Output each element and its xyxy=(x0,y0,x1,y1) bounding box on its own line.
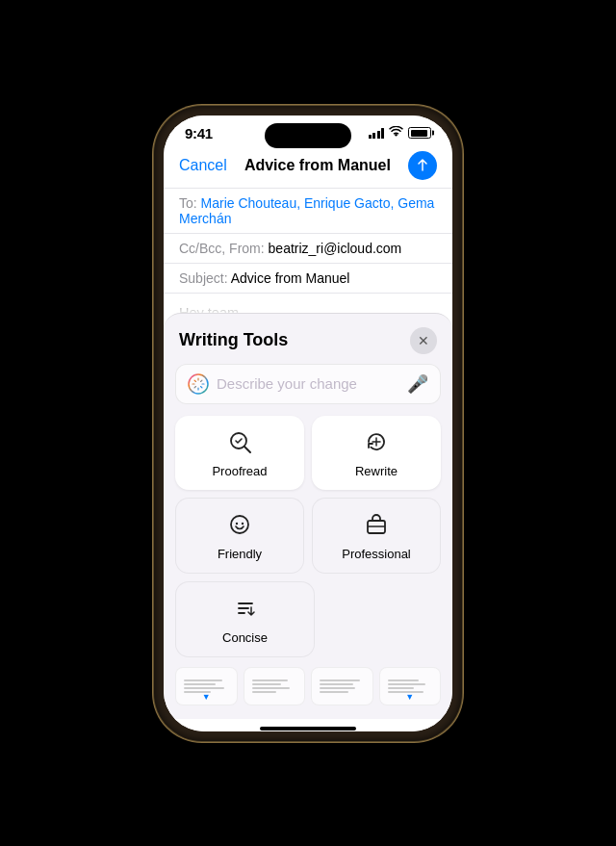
professional-label: Professional xyxy=(342,547,411,561)
subject-label: Subject: xyxy=(179,270,228,286)
status-time: 9:41 xyxy=(185,125,213,141)
phone-screen: 9:41 xyxy=(164,115,452,731)
cancel-button[interactable]: Cancel xyxy=(179,157,227,174)
subject-field[interactable]: Subject: Advice from Manuel xyxy=(164,264,452,294)
battery-icon xyxy=(408,127,431,139)
status-icons xyxy=(369,126,432,141)
writing-tools-title: Writing Tools xyxy=(179,330,288,350)
svg-point-6 xyxy=(236,522,238,524)
preview-arrow-1: ▼ xyxy=(202,692,211,702)
to-label: To: xyxy=(179,195,197,211)
to-recipients: Marie Chouteau, Enrique Gacto, Gema Merc… xyxy=(179,195,434,226)
concise-icon xyxy=(233,596,258,625)
phone-frame: 9:41 xyxy=(154,106,462,741)
friendly-icon xyxy=(227,512,252,541)
concise-label: Concise xyxy=(222,630,268,645)
svg-point-7 xyxy=(242,522,244,524)
subject-value: Advice from Manuel xyxy=(231,270,350,286)
writing-tools-close-button[interactable]: ✕ xyxy=(410,327,437,354)
writing-tools-previews: ▼ xyxy=(164,663,452,711)
cc-field[interactable]: Cc/Bcc, From: beatriz_ri@icloud.com xyxy=(164,234,452,264)
microphone-icon[interactable]: 🎤 xyxy=(407,373,428,395)
rewrite-label: Rewrite xyxy=(355,464,398,478)
email-title: Advice from Manuel xyxy=(244,157,391,174)
preview-3[interactable] xyxy=(311,667,373,705)
preview-2[interactable] xyxy=(244,667,306,705)
send-button[interactable] xyxy=(408,151,437,180)
home-indicator xyxy=(164,719,452,731)
email-greeting: Hey team, xyxy=(179,303,437,313)
signal-icon xyxy=(369,128,385,139)
proofread-icon xyxy=(227,429,252,458)
svg-point-5 xyxy=(231,516,248,533)
dynamic-island xyxy=(265,123,351,148)
proofread-button[interactable]: Proofread xyxy=(175,416,304,490)
professional-button[interactable]: Professional xyxy=(312,498,441,574)
describe-change-field[interactable]: Describe your change 🎤 xyxy=(175,364,441,404)
svg-line-2 xyxy=(244,447,250,452)
svg-point-0 xyxy=(189,374,208,394)
proofread-label: Proofread xyxy=(212,464,267,478)
preview-4[interactable]: ▼ xyxy=(379,667,442,705)
email-nav-bar: Cancel Advice from Manuel xyxy=(164,145,452,189)
friendly-button[interactable]: Friendly xyxy=(175,498,304,574)
preview-arrow-4: ▼ xyxy=(405,692,414,702)
email-body[interactable]: Hey team, Spoke w Manuel yesterday to pr… xyxy=(164,294,452,313)
cc-label: Cc/Bcc, From: xyxy=(179,241,265,256)
preview-1[interactable]: ▼ xyxy=(175,667,238,705)
describe-change-placeholder: Describe your change xyxy=(217,375,399,392)
writing-tools-grid: Proofread Rewrite xyxy=(164,416,452,581)
send-icon xyxy=(416,159,429,172)
writing-tools-panel: Writing Tools ✕ xyxy=(164,313,452,719)
wifi-icon xyxy=(389,126,403,141)
home-bar xyxy=(260,727,356,731)
to-field[interactable]: To: Marie Chouteau, Enrique Gacto, Gema … xyxy=(164,189,452,234)
sparkle-icon xyxy=(188,373,209,395)
rewrite-button[interactable]: Rewrite xyxy=(312,416,441,490)
friendly-label: Friendly xyxy=(218,547,262,561)
rewrite-icon xyxy=(364,429,389,458)
concise-button[interactable]: Concise xyxy=(175,581,315,657)
professional-icon xyxy=(364,512,389,541)
writing-tools-header: Writing Tools ✕ xyxy=(164,314,452,364)
cc-value: beatriz_ri@icloud.com xyxy=(269,241,402,256)
